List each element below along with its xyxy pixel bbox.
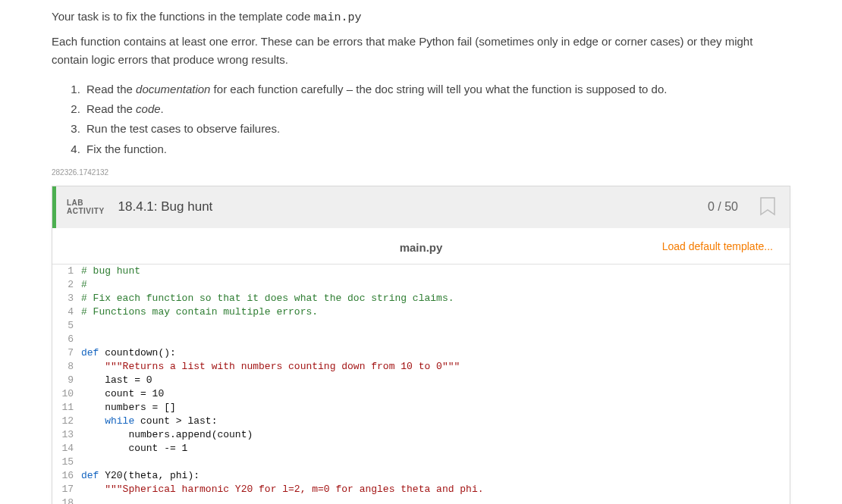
filename-inline: main.py	[313, 11, 361, 24]
lab-header: LAB ACTIVITY 18.4.1: Bug hunt 0 / 50	[52, 186, 790, 227]
step-1: Read the documentation for each function…	[83, 80, 790, 98]
step-4: Fix the function.	[83, 140, 790, 158]
lab-tag: LAB ACTIVITY	[67, 199, 105, 216]
task-paragraph-1: Your task is to fix the functions in the…	[52, 8, 790, 27]
steps-list: Read the documentation for each function…	[83, 80, 790, 158]
intro-block: Your task is to fix the functions in the…	[52, 8, 790, 68]
lab-title: 18.4.1: Bug hunt	[118, 197, 694, 217]
load-template-link[interactable]: Load default template...	[442, 239, 773, 255]
hidden-id: 282326.1742132	[52, 167, 790, 179]
bookmark-icon[interactable]	[759, 197, 776, 217]
lab-panel: LAB ACTIVITY 18.4.1: Bug hunt 0 / 50 mai…	[52, 186, 790, 504]
code-editor[interactable]: 1# bug hunt 2# 3# Fix each function so t…	[52, 264, 790, 504]
page-content: Your task is to fix the functions in the…	[0, 0, 842, 504]
step-2: Read the code.	[83, 100, 790, 117]
task-text: Your task is to fix the functions in the…	[52, 10, 313, 23]
step-3: Run the test cases to observe failures.	[83, 120, 790, 137]
file-bar: main.py Load default template...	[52, 228, 790, 264]
task-paragraph-2: Each function contains at least one erro…	[52, 33, 790, 68]
lab-score: 0 / 50	[708, 198, 738, 217]
editor-filename: main.py	[400, 239, 443, 256]
